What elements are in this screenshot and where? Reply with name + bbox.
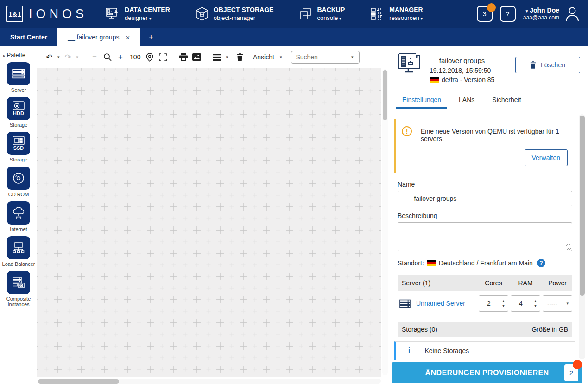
layers-list-button[interactable] xyxy=(211,50,224,64)
canvas-vertical-scroll-thumb[interactable] xyxy=(383,70,387,120)
undo-history-dropdown[interactable]: ▾ xyxy=(56,55,62,59)
cores-increment[interactable]: ▲ xyxy=(502,299,505,302)
panel-scroll-thumb[interactable] xyxy=(580,116,585,296)
design-canvas[interactable] xyxy=(37,68,392,386)
cores-stepper[interactable]: 2 ▲ ▼ xyxy=(479,295,508,312)
canvas-horizontal-scrollbar[interactable] xyxy=(38,379,381,384)
backup-console-icon xyxy=(298,7,312,21)
search-input[interactable] xyxy=(296,53,342,61)
designer-toolbar: ↶ ▾ ↷ ▾ − + 100 xyxy=(37,46,392,68)
palette-item-composite-instances[interactable]: Composite Instances xyxy=(0,271,37,307)
palette-sidebar: ▸Palette Server HDD Storage xyxy=(0,46,37,386)
redo-button[interactable]: ↷ xyxy=(62,50,75,64)
user-menu[interactable]: ▾John Doe aaa@aaa.com xyxy=(523,6,581,22)
canvas-horizontal-scroll-thumb[interactable] xyxy=(38,379,119,384)
chevron-down-icon: ▾ xyxy=(421,16,423,21)
export-image-button[interactable] xyxy=(190,50,203,64)
zoom-in-button[interactable]: + xyxy=(114,50,127,64)
provision-alert-dot xyxy=(573,360,582,369)
palette-item-load-balancer[interactable]: Load Balancer xyxy=(0,236,37,267)
view-dropdown[interactable]: Ansicht ▾ xyxy=(253,53,284,61)
palette-header[interactable]: ▸Palette xyxy=(0,46,37,62)
col-cores: Cores xyxy=(479,279,508,287)
nav-item-data-center[interactable]: DATA CENTER designer▾ xyxy=(105,6,170,22)
delete-datacenter-button[interactable]: Löschen xyxy=(515,57,580,73)
description-textarea[interactable] xyxy=(398,222,572,251)
no-storages-notice: i Keine Storages xyxy=(394,341,575,360)
tab-start-center[interactable]: Start Center xyxy=(0,28,57,46)
chevron-down-icon: ▾ xyxy=(278,55,284,59)
nav-item-object-storage[interactable]: OBJECT STORAGE object-manager xyxy=(195,6,274,22)
location-value: Deutschland / Frankfurt am Main xyxy=(439,259,533,267)
power-select[interactable]: ----- ▾ xyxy=(543,295,572,312)
ram-stepper[interactable]: 4 ▲ ▼ xyxy=(511,295,540,312)
panel-vertical-scrollbar[interactable] xyxy=(579,114,585,359)
fit-to-screen-button[interactable] xyxy=(156,50,169,64)
datacenter-timestamp: 19.12.2018, 15:59:50 xyxy=(430,66,494,75)
germany-flag-icon xyxy=(430,77,439,83)
tab-sicherheit[interactable]: Sicherheit xyxy=(486,92,527,109)
close-icon[interactable]: × xyxy=(126,33,130,41)
tab-bar: Start Center __ failover groups × + xyxy=(0,28,588,46)
data-center-designer-icon xyxy=(105,6,120,21)
palette-item-server[interactable]: Server xyxy=(0,62,37,93)
chevron-down-icon: ▾ xyxy=(149,16,152,21)
palette-item-internet[interactable]: Internet xyxy=(0,201,37,232)
location-help-icon[interactable]: ? xyxy=(537,259,545,267)
nav-item-backup[interactable]: BACKUP console▾ xyxy=(298,6,345,22)
name-input[interactable] xyxy=(398,191,572,206)
nav-title: OBJECT STORAGE xyxy=(214,6,274,14)
chevron-down-icon: ▾ xyxy=(526,9,528,13)
undo-button[interactable]: ↶ xyxy=(43,50,56,64)
server-table-header: Server (1) xyxy=(398,279,476,287)
help-button[interactable]: ? xyxy=(500,6,516,22)
server-icon xyxy=(7,62,30,85)
canvas-vertical-scrollbar[interactable] xyxy=(382,69,388,375)
center-view-button[interactable] xyxy=(143,50,156,64)
datacenter-version: de/fra - Version 85 xyxy=(442,75,494,84)
nav-item-manager[interactable]: MANAGER ressourcen▾ xyxy=(370,6,423,22)
ram-value[interactable]: 4 xyxy=(511,296,531,311)
qemu-update-notice: ! Eine neue Version von QEMU ist verfügb… xyxy=(394,119,575,173)
nav-title: MANAGER xyxy=(389,6,423,14)
new-tab-button[interactable]: + xyxy=(140,28,162,46)
ionos-logo[interactable]: 1&1 IONOS xyxy=(6,6,88,22)
provision-changes-button[interactable]: ÄNDERUNGEN PROVISIONIEREN 2 xyxy=(392,362,582,383)
zoom-out-button[interactable]: − xyxy=(88,50,101,64)
layers-dropdown[interactable]: ▾ xyxy=(224,55,230,59)
server-table: Server (1) Cores RAM Power Unnamed Serve… xyxy=(398,275,572,315)
tab-lans[interactable]: LANs xyxy=(453,92,481,109)
delete-element-button[interactable] xyxy=(234,50,247,64)
germany-flag-icon xyxy=(427,260,436,266)
ram-increment[interactable]: ▲ xyxy=(534,299,537,302)
cores-value[interactable]: 2 xyxy=(479,296,499,311)
name-label: Name xyxy=(398,180,575,188)
verwalten-button[interactable]: Verwalten xyxy=(525,149,568,166)
ram-decrement[interactable]: ▼ xyxy=(534,304,537,308)
tab-failover-groups[interactable]: __ failover groups × xyxy=(57,28,140,46)
palette-item-cd-rom[interactable]: CD ROM xyxy=(0,167,37,197)
nav-title: BACKUP xyxy=(317,6,345,14)
tab-einstellungen[interactable]: Einstellungen xyxy=(396,92,447,109)
description-label: Beschreibung xyxy=(398,212,575,219)
print-button[interactable] xyxy=(177,50,190,64)
user-name: John Doe xyxy=(530,6,559,14)
avatar xyxy=(564,6,581,22)
hdd-storage-icon: HDD xyxy=(7,97,30,120)
cores-decrement[interactable]: ▼ xyxy=(502,304,505,308)
server-name-link[interactable]: Unnamed Server xyxy=(416,300,465,307)
palette-item-hdd-storage[interactable]: HDD Storage xyxy=(0,97,37,128)
canvas-search[interactable]: ▾ xyxy=(291,51,360,64)
search-dropdown-caret[interactable]: ▾ xyxy=(349,55,355,59)
provision-count-badge: 2 xyxy=(564,364,578,381)
nav-title: DATA CENTER xyxy=(125,6,170,14)
palette-item-ssd-storage[interactable]: SSD Storage xyxy=(0,132,37,162)
resize-handle[interactable] xyxy=(566,244,571,250)
top-navigation: 1&1 IONOS DATA CENTER designer▾ xyxy=(0,0,588,28)
notifications-button[interactable]: 3 xyxy=(477,6,493,22)
redo-history-dropdown[interactable]: ▾ xyxy=(75,55,81,59)
object-storage-icon xyxy=(195,6,209,21)
zoom-tool-button[interactable] xyxy=(101,50,114,64)
power-value: ----- xyxy=(547,300,557,307)
notification-dot xyxy=(487,3,496,12)
